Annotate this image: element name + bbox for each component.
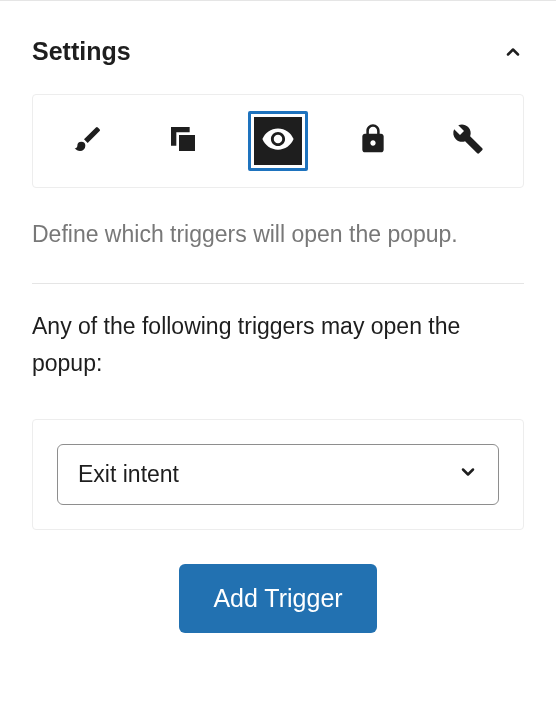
trigger-select[interactable]: Exit intent (57, 444, 499, 505)
trigger-row: Exit intent (32, 419, 524, 530)
tab-appearance[interactable] (58, 111, 118, 171)
divider (32, 283, 524, 284)
trigger-select-value: Exit intent (78, 461, 179, 488)
add-trigger-button[interactable]: Add Trigger (179, 564, 376, 633)
triggers-instruction: Any of the following triggers may open t… (32, 308, 524, 382)
chevron-up-icon[interactable] (502, 41, 524, 63)
chevron-down-icon (458, 461, 478, 488)
tab-description: Define which triggers will open the popu… (32, 216, 524, 253)
tab-conditions[interactable] (343, 111, 403, 171)
eye-icon (261, 122, 295, 160)
layers-icon (167, 123, 199, 159)
actions-row: Add Trigger (32, 564, 524, 633)
settings-header[interactable]: Settings (32, 1, 524, 94)
tab-layers[interactable] (153, 111, 213, 171)
tab-advanced[interactable] (438, 111, 498, 171)
panel-title: Settings (32, 37, 131, 66)
brush-icon (72, 123, 104, 159)
wrench-icon (452, 123, 484, 159)
lock-icon (357, 123, 389, 159)
settings-tabs (32, 94, 524, 188)
tab-triggers[interactable] (248, 111, 308, 171)
